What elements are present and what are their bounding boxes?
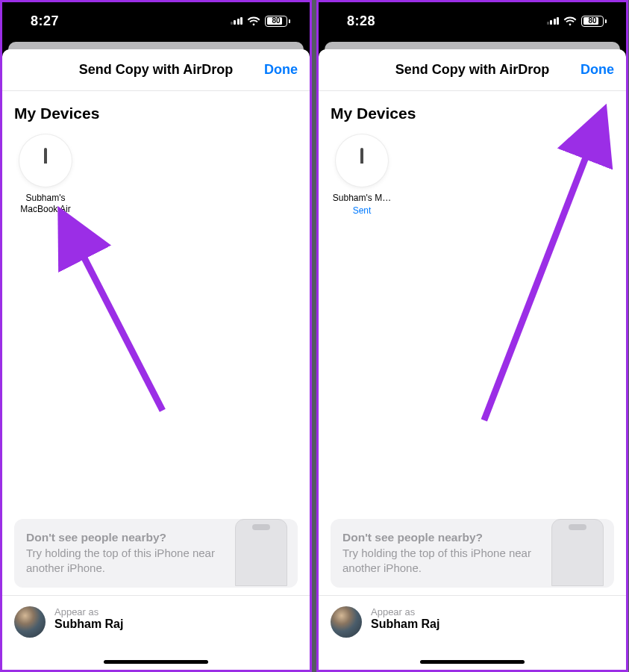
home-indicator[interactable]	[420, 660, 525, 664]
appear-as-text: Appear as Subham Raj	[371, 606, 439, 631]
nav-title: Send Copy with AirDrop	[79, 62, 233, 78]
airdrop-sheet: Send Copy with AirDrop Done My Devices S…	[319, 49, 626, 670]
devices-row: Subham's M… Sent	[331, 134, 614, 216]
hint-body: Try holding the top of this iPhone near …	[342, 546, 545, 576]
appear-as-name: Subham Raj	[371, 617, 439, 631]
appear-as-row[interactable]: Appear as Subham Raj	[319, 595, 626, 670]
iphone-illustration-icon	[551, 519, 604, 586]
section-my-devices: My Devices	[14, 105, 298, 122]
device-avatar	[19, 134, 72, 187]
wifi-icon	[563, 16, 577, 26]
done-button[interactable]: Done	[581, 62, 614, 78]
appear-as-row[interactable]: Appear as Subham Raj	[2, 595, 310, 670]
content-area: My Devices Subham's M… Sent D	[319, 91, 626, 670]
airdrop-sheet: Send Copy with AirDrop Done My Devices S…	[2, 49, 310, 670]
phone-screenshot-left: 8:27 80 Send Copy with AirDrop Done My D…	[0, 0, 312, 672]
status-right: 80	[547, 16, 607, 27]
home-indicator[interactable]	[104, 660, 208, 664]
airdrop-device[interactable]: Subham's M… Sent	[331, 134, 393, 216]
nav-bar: Send Copy with AirDrop Done	[319, 49, 626, 91]
user-avatar	[14, 606, 46, 638]
status-time: 8:28	[347, 13, 375, 29]
hint-body: Try holding the top of this iPhone near …	[26, 546, 229, 576]
svg-line-0	[76, 241, 163, 411]
content-area: My Devices Subham'sMacBook Air	[2, 91, 310, 670]
airdrop-device[interactable]: Subham'sMacBook Air	[14, 134, 77, 215]
nearby-hint-card[interactable]: Don't see people nearby? Try holding the…	[331, 519, 614, 588]
device-status: Sent	[353, 205, 372, 216]
devices-row: Subham'sMacBook Air	[14, 134, 298, 215]
hint-title: Don't see people nearby?	[26, 531, 229, 544]
battery-icon: 80	[265, 16, 290, 27]
appear-as-label: Appear as	[54, 606, 123, 617]
nav-bar: Send Copy with AirDrop Done	[2, 49, 310, 91]
nearby-hint-card[interactable]: Don't see people nearby? Try holding the…	[14, 519, 298, 588]
status-right: 80	[231, 16, 291, 27]
nav-title: Send Copy with AirDrop	[395, 62, 549, 78]
phone-screenshot-right: 8:28 80 Send Copy with AirDrop Done My D…	[316, 0, 628, 672]
appear-as-name: Subham Raj	[54, 617, 123, 631]
appear-as-label: Appear as	[371, 606, 439, 617]
appear-as-text: Appear as Subham Raj	[54, 606, 123, 631]
cellular-signal-icon	[547, 17, 560, 25]
status-time: 8:27	[31, 13, 59, 29]
status-bar: 8:27 80	[2, 2, 310, 40]
device-name: Subham'sMacBook Air	[20, 193, 70, 215]
done-button[interactable]: Done	[264, 62, 298, 78]
section-my-devices: My Devices	[331, 105, 614, 122]
wifi-icon	[247, 16, 260, 26]
cellular-signal-icon	[231, 17, 243, 25]
hint-title: Don't see people nearby?	[342, 531, 545, 544]
iphone-illustration-icon	[235, 519, 287, 586]
device-avatar	[336, 134, 388, 187]
macbook-icon	[28, 149, 63, 172]
macbook-icon	[344, 149, 380, 172]
battery-icon: 80	[581, 16, 607, 27]
status-bar: 8:28 80	[319, 2, 626, 40]
device-name: Subham's M…	[333, 193, 391, 204]
user-avatar	[331, 606, 362, 638]
